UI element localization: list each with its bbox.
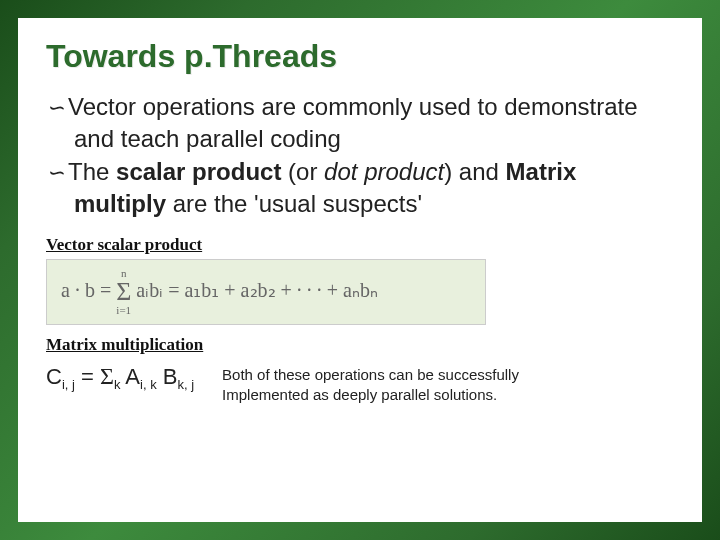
bullet-icon: ∽ [46,158,68,188]
bullet-2: ∽The scalar product (or dot product) and… [46,156,674,221]
matrix-row: Ci, j = Σk Ai, k Bk, j Both of these ope… [46,359,674,406]
vector-product-label: Vector scalar product [46,235,674,255]
bullet-1-text: Vector operations are commonly used to d… [68,93,638,152]
sigma-sum: n Σ i=1 [116,268,131,316]
bullet-1: ∽Vector operations are commonly used to … [46,91,674,156]
slide-content: Towards p.Threads ∽Vector operations are… [18,18,702,522]
footnote: Both of these operations can be successf… [222,359,519,406]
bullet-icon: ∽ [46,93,68,123]
matrix-formula: Ci, j = Σk Ai, k Bk, j [46,359,194,392]
vector-product-formula: a · b = n Σ i=1 aᵢbᵢ = a₁b₁ + a₂b₂ + · ·… [46,259,486,325]
matrix-mult-label: Matrix multiplication [46,335,674,355]
slide-title: Towards p.Threads [46,38,674,75]
bullet-list: ∽Vector operations are commonly used to … [46,91,674,221]
